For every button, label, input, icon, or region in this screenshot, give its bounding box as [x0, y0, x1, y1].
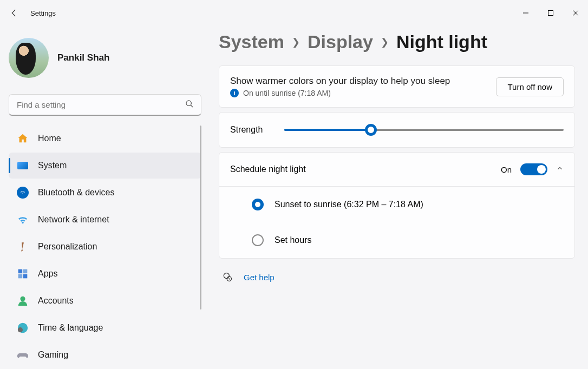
- strength-label: Strength: [230, 125, 263, 135]
- svg-line-5: [191, 105, 193, 107]
- globe-icon: [15, 320, 30, 335]
- sidebar-item-label: Personalization: [38, 242, 97, 252]
- svg-point-12: [18, 327, 23, 332]
- help-row: ? Get help: [219, 272, 575, 282]
- svg-rect-6: [18, 269, 23, 274]
- sidebar-item-label: Apps: [38, 269, 57, 279]
- sidebar-item-bluetooth[interactable]: ⌔ Bluetooth & devices: [9, 180, 201, 206]
- sidebar-item-label: Accounts: [38, 296, 74, 306]
- minimize-button[interactable]: [513, 4, 538, 22]
- breadcrumb-display[interactable]: Display: [308, 31, 373, 52]
- search-icon: [185, 100, 194, 110]
- breadcrumb-system[interactable]: System: [219, 31, 284, 52]
- sidebar-item-system[interactable]: System: [9, 153, 201, 179]
- sidebar-item-personalization[interactable]: Personalization: [9, 234, 201, 260]
- sidebar-item-label: Home: [38, 134, 61, 143]
- schedule-card: Schedule night light On Sunset to sunris…: [219, 152, 575, 259]
- radio-set-hours[interactable]: Set hours: [219, 222, 574, 258]
- sidebar-item-apps[interactable]: Apps: [9, 261, 201, 287]
- sidebar-item-label: Bluetooth & devices: [38, 188, 114, 197]
- gamepad-icon: [15, 347, 30, 363]
- search-input[interactable]: [9, 94, 201, 116]
- sidebar-item-network[interactable]: Network & internet: [9, 207, 201, 233]
- breadcrumb: System ❯ Display ❯ Night light: [219, 31, 575, 52]
- strength-card: Strength: [219, 112, 575, 148]
- window-title: Settings: [30, 9, 56, 17]
- main-content: System ❯ Display ❯ Night light Show warm…: [206, 26, 588, 369]
- sidebar-item-accounts[interactable]: Accounts: [9, 288, 201, 314]
- avatar: [9, 38, 49, 78]
- radio-label: Sunset to sunrise (6:32 PM – 7:18 AM): [275, 200, 423, 209]
- sidebar-item-home[interactable]: Home: [9, 126, 201, 151]
- help-icon: ?: [222, 272, 233, 282]
- nav: Home System ⌔ Bluetooth & devices Networ…: [9, 126, 201, 369]
- wifi-icon: [15, 212, 30, 227]
- sidebar-item-label: Time & language: [38, 323, 103, 333]
- back-button[interactable]: [8, 6, 21, 19]
- info-card: Show warmer colors on your display to he…: [219, 65, 575, 108]
- profile-name: Pankil Shah: [57, 52, 109, 63]
- system-icon: [15, 158, 30, 173]
- svg-rect-8: [18, 274, 23, 278]
- svg-rect-1: [548, 11, 553, 16]
- info-subtitle: On until sunrise (7:18 AM): [243, 89, 331, 97]
- sidebar-item-label: System: [38, 161, 67, 170]
- sidebar: Pankil Shah Home System ⌔ Bluetooth & de…: [0, 26, 206, 369]
- radio-sunset-sunrise[interactable]: Sunset to sunrise (6:32 PM – 7:18 AM): [219, 187, 574, 222]
- sidebar-item-gaming[interactable]: Gaming: [9, 342, 201, 368]
- account-icon: [15, 293, 30, 308]
- brush-icon: [12, 236, 33, 257]
- turn-off-button[interactable]: Turn off now: [496, 77, 564, 96]
- svg-rect-9: [23, 274, 28, 278]
- radio-icon: [252, 234, 264, 246]
- profile-block[interactable]: Pankil Shah: [9, 35, 201, 84]
- chevron-right-icon: ❯: [292, 36, 300, 48]
- toggle-state-text: On: [501, 165, 512, 174]
- strength-slider[interactable]: [284, 124, 564, 135]
- search-box: [9, 94, 201, 116]
- svg-point-4: [186, 101, 191, 106]
- svg-rect-7: [23, 269, 28, 274]
- bluetooth-icon: ⌔: [15, 185, 30, 200]
- chevron-up-icon[interactable]: [556, 164, 564, 174]
- breadcrumb-current: Night light: [396, 31, 487, 52]
- chevron-right-icon: ❯: [381, 36, 389, 48]
- sidebar-scrollbar[interactable]: [200, 126, 201, 309]
- home-icon: [15, 131, 30, 146]
- schedule-toggle[interactable]: [520, 163, 547, 175]
- schedule-label: Schedule night light: [230, 164, 501, 174]
- svg-point-10: [20, 296, 25, 301]
- sidebar-item-time-language[interactable]: Time & language: [9, 315, 201, 341]
- info-title: Show warmer colors on your display to he…: [230, 76, 496, 87]
- sidebar-item-label: Network & internet: [38, 215, 109, 225]
- radio-icon: [252, 199, 264, 210]
- window-controls: [513, 4, 588, 22]
- radio-label: Set hours: [275, 235, 311, 245]
- apps-icon: [15, 266, 30, 281]
- titlebar: Settings: [0, 0, 588, 26]
- info-icon: i: [230, 89, 239, 97]
- svg-text:?: ?: [228, 278, 231, 281]
- maximize-button[interactable]: [538, 4, 563, 22]
- close-button[interactable]: [563, 4, 588, 22]
- get-help-link[interactable]: Get help: [244, 273, 275, 282]
- sidebar-item-label: Gaming: [38, 350, 68, 360]
